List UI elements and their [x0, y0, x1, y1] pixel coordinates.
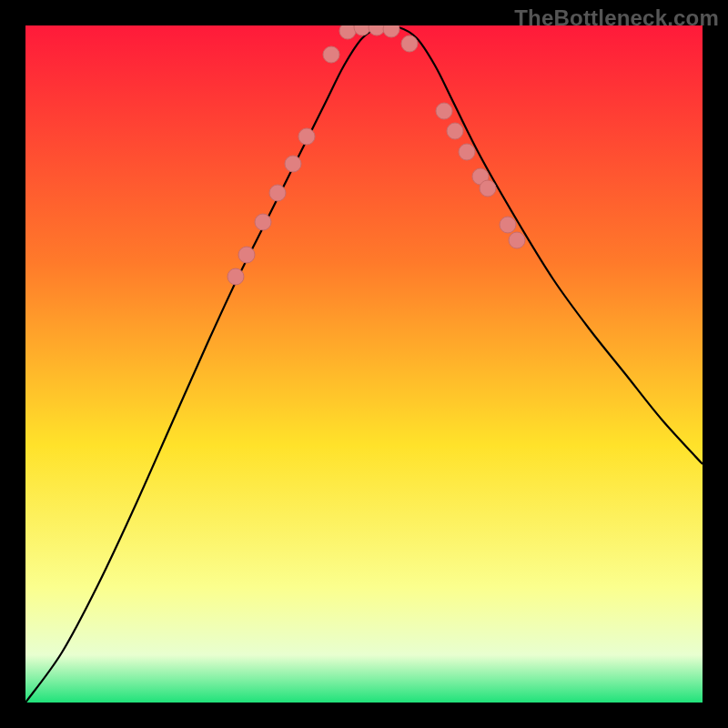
outer-frame: TheBottleneck.com — [0, 0, 728, 728]
data-marker — [269, 185, 286, 201]
data-marker — [298, 128, 315, 145]
curve-layer — [25, 25, 703, 703]
data-marker — [285, 156, 301, 172]
data-marker — [339, 25, 356, 39]
data-marker — [500, 217, 516, 233]
watermark-text: TheBottleneck.com — [514, 5, 719, 31]
data-marker — [238, 247, 255, 263]
data-marker — [228, 268, 244, 285]
data-marker — [323, 46, 339, 63]
data-marker — [255, 214, 271, 230]
plot-area — [25, 25, 703, 703]
data-marker — [369, 25, 385, 35]
data-marker — [436, 103, 452, 119]
data-marker — [480, 180, 496, 197]
data-marker — [447, 123, 463, 139]
bottleneck-curve — [25, 26, 703, 703]
data-marker — [401, 35, 418, 52]
data-marker — [509, 232, 525, 248]
data-marker — [383, 25, 399, 37]
data-marker — [459, 144, 475, 160]
